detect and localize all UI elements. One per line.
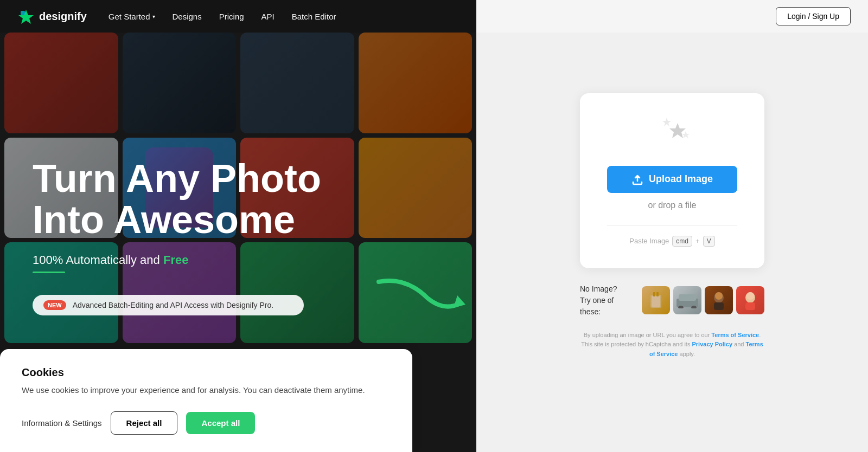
sample-image-4[interactable] — [736, 286, 764, 314]
nav-pricing[interactable]: Pricing — [219, 12, 244, 21]
logo-icon — [17, 8, 35, 25]
drop-text: or drop a file — [648, 201, 697, 210]
v-key: V — [703, 236, 715, 247]
nav-batch-editor[interactable]: Batch Editor — [292, 12, 336, 21]
svg-point-11 — [715, 292, 723, 300]
cookie-title: Cookies — [22, 366, 391, 379]
nav-links: Get Started ▾ Designs Pricing API Batch … — [108, 12, 336, 21]
privacy-link[interactable]: Privacy Policy — [692, 341, 732, 347]
login-button[interactable]: Login / Sign Up — [776, 7, 851, 25]
divider — [607, 225, 737, 226]
tos-link1[interactable]: Terms of Service — [711, 332, 759, 338]
nav-designs[interactable]: Designs — [173, 12, 202, 21]
svg-rect-4 — [653, 292, 655, 296]
nav-right: Login / Sign Up — [476, 0, 868, 33]
paste-row: Paste Image cmd + V — [629, 236, 714, 247]
chevron-down-icon: ▾ — [152, 14, 155, 20]
cookie-description: We use cookies to improve your experienc… — [22, 384, 391, 397]
cookie-banner: Cookies We use cookies to improve your e… — [0, 349, 412, 453]
accept-all-button[interactable]: Accept all — [186, 412, 255, 434]
cookie-actions: Information & Settings Reject all Accept… — [22, 411, 391, 435]
logo[interactable]: designify — [17, 8, 87, 25]
svg-rect-3 — [652, 296, 660, 307]
nav-api[interactable]: API — [261, 12, 275, 21]
paste-separator: + — [695, 237, 700, 245]
svg-rect-12 — [714, 302, 724, 310]
upload-image-button[interactable]: Upload Image — [607, 166, 737, 193]
sample-image-1[interactable] — [642, 286, 670, 314]
hero-title: Turn Any Photo Into Awesome — [33, 158, 444, 240]
right-panel: Upload Image or drop a file Paste Image … — [476, 0, 868, 452]
tos-text: By uploading an image or URL you agree t… — [580, 331, 764, 359]
svg-point-14 — [746, 292, 754, 300]
upload-card: Upload Image or drop a file Paste Image … — [580, 93, 764, 268]
cookie-info-button[interactable]: Information & Settings — [22, 418, 102, 428]
arrow-decoration — [373, 271, 471, 322]
svg-rect-9 — [679, 294, 696, 301]
free-underline — [33, 272, 65, 273]
hero-subtitle: 100% Automatically and Free — [33, 253, 444, 267]
no-image-section: No Image? Try one of these: — [580, 283, 764, 318]
cmd-key: cmd — [672, 236, 692, 247]
promo-text: Advanced Batch-Editing and API Access wi… — [73, 301, 273, 309]
sample-images — [642, 286, 764, 314]
new-badge: NEW — [43, 300, 66, 310]
paste-label: Paste Image — [629, 237, 669, 245]
svg-marker-1 — [454, 295, 465, 308]
nav-get-started[interactable]: Get Started ▾ — [108, 12, 155, 21]
reject-all-button[interactable]: Reject all — [111, 411, 178, 435]
svg-rect-0 — [21, 11, 25, 15]
brand-name: designify — [39, 10, 87, 23]
no-image-text: No Image? Try one of these: — [580, 283, 635, 318]
promo-banner[interactable]: NEW Advanced Batch-Editing and API Acces… — [33, 295, 304, 315]
svg-rect-5 — [656, 292, 659, 296]
sparkle-icon — [650, 115, 694, 155]
navigation: designify Get Started ▾ Designs Pricing … — [0, 0, 476, 33]
sample-image-2[interactable] — [673, 286, 701, 314]
upload-icon — [631, 173, 643, 185]
svg-rect-15 — [745, 302, 755, 310]
sample-image-3[interactable] — [705, 286, 733, 314]
